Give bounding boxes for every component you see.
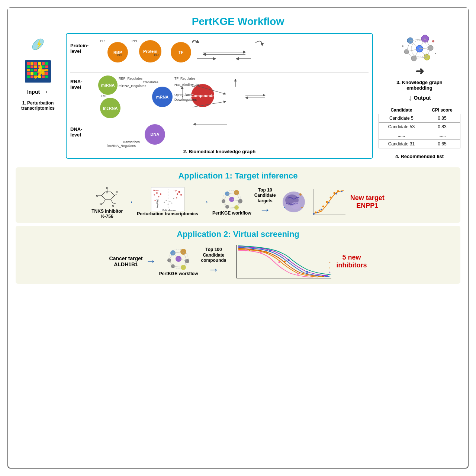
protein-node: Protein [139,40,161,62]
svg-rect-7 [30,62,33,65]
svg-point-141 [341,191,342,192]
candidate-cell: Candidate 53 [379,123,424,131]
app-section: Application 1: Target inference O || N [8,163,468,468]
svg-point-95 [164,202,165,203]
rbp-reg-label: RBP_Regulates [119,77,142,80]
svg-point-163 [297,273,299,275]
ppi-label-3: PPI [193,39,199,43]
svg-point-166 [284,261,286,263]
app2-section: Application 2: Virtual screening Cancer … [16,226,460,284]
svg-rect-11 [45,62,48,65]
protein-edges [96,38,369,72]
svg-point-137 [317,212,318,213]
svg-point-102 [178,191,180,193]
candidate-cell: Candidate 31 [379,140,424,148]
svg-point-98 [167,204,168,205]
transcribes-label: Transcribes [122,140,140,144]
left-panel: Input → 1. Perturbationtranscriptomics [16,33,60,111]
mirna-node: miRNA [98,75,118,95]
svg-rect-18 [27,69,30,71]
svg-text:Fold change: Fold change [163,209,176,211]
svg-text:N: N [112,205,114,207]
table-row: ............ [379,131,460,140]
svg-text:+: + [329,266,331,270]
compounds-node: Compounds [191,84,214,107]
svg-rect-12 [27,65,30,68]
main-container: PertKGE Workflow [7,7,469,469]
kg-embed-section: ➜ 3. Knowledge graph embedding ↓ Output [379,33,460,103]
svg-text:Up: Up [174,189,177,192]
pertkge2-label: PertKGE workflow [159,271,198,276]
right-panel: ➜ 3. Knowledge graph embedding ↓ Output … [379,33,460,159]
table-row: Candidate 50.85 [379,114,460,123]
big-arrow-icon: → [260,203,271,216]
output-label: Output [414,95,431,101]
svg-point-124 [299,193,302,196]
svg-point-138 [321,209,322,210]
table-row: Candidate 530.83 [379,123,460,131]
svg-rect-13 [30,65,33,68]
top100-section: Top 100Candidatecompounds → [201,247,226,276]
svg-point-165 [266,251,267,253]
svg-text:-log10(p): -log10(p) [156,199,158,208]
svg-line-77 [115,194,117,196]
app1-section: Application 1: Target inference O || N [16,167,460,223]
ppi-label-1: PPI [100,39,106,43]
pert-transcriptomics-label: Perturbation transcriptomics [137,211,198,216]
lmi-label: LMI [101,94,106,98]
mrna-node: mRNA [152,87,173,107]
svg-point-91 [158,196,159,197]
score-cell: 0.85 [424,114,460,123]
svg-rect-34 [42,75,45,78]
down-arrow-icon: ↓ [408,93,412,103]
svg-point-104 [176,197,177,199]
svg-point-135 [337,190,339,192]
pill-icon [27,33,49,55]
svg-point-136 [313,213,315,215]
svg-rect-6 [27,62,30,65]
svg-point-140 [335,193,337,194]
tnks-chem-svg: O || N H O N [94,184,120,209]
pertkge-workflow-item: PertKGE workflow [212,188,251,216]
ppi-label-2: PPI [132,39,137,43]
ppi-label-5: PPI [154,53,160,57]
has-binding-label: Has_Binding_To [174,83,199,87]
kg-network-svg [399,33,440,65]
ppi-label-4: PPI [117,53,122,57]
translates-label: Translates [143,80,158,84]
svg-text:+: + [329,261,331,264]
svg-line-65 [419,49,427,57]
svg-point-164 [249,249,251,251]
dna-level: DNA-level DNA Transcribes lncRNA_Regulat… [70,121,369,147]
svg-line-154 [169,260,173,266]
svg-text:N: N [96,195,98,197]
svg-rect-24 [27,72,30,75]
svg-rect-35 [45,75,48,78]
protein-sigmoid [279,187,347,217]
sigmoid-svg [310,187,347,217]
svg-rect-20 [34,69,37,71]
new-inhibitors-label: 5 newinhibitors [336,254,367,269]
rna-level-label: RNA-level [70,75,96,90]
pert-transcriptomics-item: Down Up -log10(p) Fold change [137,187,198,216]
app2-arrow1: → [146,255,156,267]
svg-point-101 [177,193,178,195]
tnks-item: O || N H O N [91,184,123,219]
new-target-label: New targetENPP1 [350,194,385,210]
app1-title: Application 1: Target inference [21,171,455,181]
downregulates-label: Downregulates [174,98,197,102]
svg-point-171 [306,271,308,273]
app1-arrow1: → [126,197,134,207]
app1-flow: O || N H O N [21,184,455,219]
app2-title: Application 2: Virtual screening [21,229,455,239]
svg-point-70 [402,45,403,47]
pertkge-workflow2-item: PertKGE workflow [159,247,198,276]
svg-point-96 [165,200,167,201]
candidate-col-header: Candidate [379,106,424,114]
right-arrow-icon: → [41,87,49,96]
svg-point-170 [288,259,290,261]
top10-label: Top 10Candidatetargets [254,187,276,203]
svg-text:H: H [116,191,118,193]
kg-box: Protein-level RBP TF [66,33,373,159]
svg-point-97 [169,201,170,202]
